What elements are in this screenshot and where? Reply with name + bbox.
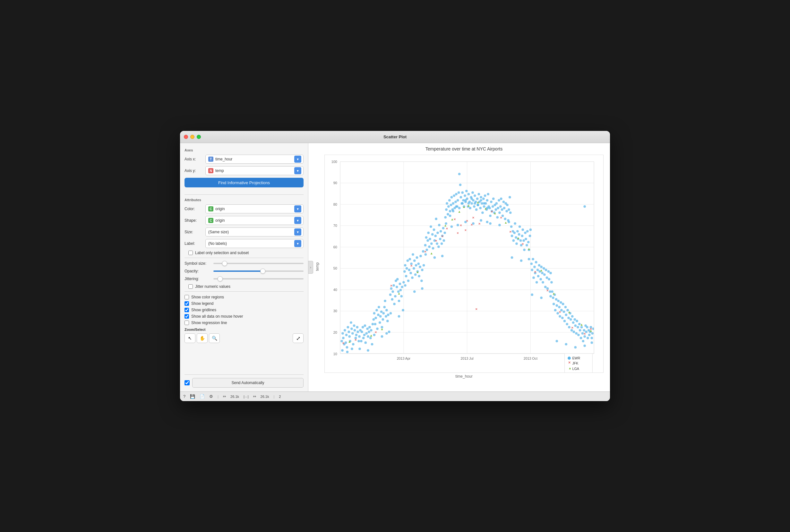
svg-point-285 [520,240,522,242]
svg-point-97 [373,334,375,336]
svg-text:50: 50 [333,266,337,270]
axis-y-dropdown-arrow[interactable]: ▼ [294,167,301,174]
svg-point-246 [492,205,494,208]
statusbar: ? 💾 📄 ⚙ | ⤇ 26.1k | - | ⤇ 26.1k | 2 [180,392,610,401]
shape-select-container: C origin ▼ [205,216,304,225]
expand-tool-button[interactable]: ⤢ [293,334,304,343]
collapse-sidebar-button[interactable]: › [308,261,313,274]
svg-point-227 [482,198,485,200]
svg-point-125 [407,280,410,282]
axis-x-dropdown-arrow[interactable]: ▼ [294,156,301,163]
show-gridlines-checkbox[interactable] [185,308,189,312]
color-dropdown-arrow[interactable]: ▼ [294,205,301,212]
svg-point-126 [408,269,410,271]
svg-point-168 [439,238,442,240]
hand-tool-button[interactable]: ✋ [197,334,208,343]
show-color-regions-text: Show color regions [191,295,224,299]
cursor-tool-button[interactable]: ↖ [185,334,195,343]
label-row: Label: (No labels) ▼ [185,239,304,248]
scatter-plot[interactable]: 100 90 80 70 60 50 40 30 20 10 2013 Apr [324,155,603,373]
settings-icon[interactable]: ⚙ [209,394,213,399]
print-icon[interactable]: 📄 [199,394,205,399]
svg-point-362 [574,324,577,327]
minimize-button[interactable] [190,135,194,139]
send-automatically-button[interactable]: Send Automatically [192,378,304,387]
shape-select[interactable]: C origin ▼ [205,216,304,225]
shape-dropdown-arrow[interactable]: ▼ [294,217,301,224]
svg-point-342 [559,315,561,318]
svg-point-167 [438,224,441,227]
axis-y-select[interactable]: N temp ▼ [205,166,304,175]
axis-x-select[interactable]: T time_hour ▼ [205,155,304,164]
svg-point-216 [474,194,476,197]
svg-point-213 [471,191,474,194]
svg-point-119 [398,315,401,318]
show-regression-row: Show regression line [185,321,304,325]
svg-point-218 [475,208,478,211]
svg-point-255 [498,211,501,214]
svg-point-208 [467,193,470,195]
find-projections-button[interactable]: Find Informative Projections [185,178,304,187]
svg-point-150 [425,236,427,239]
jittering-label: Jittering: [185,277,213,281]
svg-point-377 [586,326,589,328]
svg-text:10: 10 [333,352,337,356]
svg-point-252 [496,216,499,218]
label-dropdown-arrow[interactable]: ▼ [294,240,301,247]
svg-point-170 [441,242,443,245]
svg-point-36 [345,334,348,336]
svg-text:20: 20 [333,330,337,334]
svg-point-78 [374,323,377,325]
axes-section-label: Axes [185,148,304,152]
svg-text:▲: ▲ [416,270,419,274]
color-row: Color: C origin ▼ [185,204,304,213]
svg-point-177 [441,255,444,257]
svg-text:×: × [534,270,536,274]
show-legend-checkbox[interactable] [185,301,189,306]
svg-point-251 [495,202,498,205]
close-button[interactable] [184,135,188,139]
sep-1: | [217,395,218,399]
svg-point-321 [545,269,547,271]
svg-text:×: × [478,222,481,226]
svg-point-454 [486,207,488,210]
svg-point-92 [385,315,387,318]
show-regression-checkbox[interactable] [185,321,189,325]
maximize-button[interactable] [197,135,201,139]
svg-point-290 [523,249,526,251]
jittering-slider[interactable] [213,278,304,280]
svg-point-450 [474,202,476,205]
svg-point-221 [478,193,480,195]
svg-point-329 [531,293,533,296]
search-tool-button[interactable]: 🔍 [209,334,220,343]
show-all-data-row: Show all data on mouse hover [185,314,304,319]
svg-point-301 [528,258,531,261]
svg-point-158 [431,233,434,236]
size-select[interactable]: (Same size) ▼ [205,228,304,236]
opacity-slider[interactable] [213,270,304,272]
save-icon[interactable]: 💾 [190,394,195,399]
svg-text:▲: ▲ [476,200,480,204]
show-color-regions-checkbox[interactable] [185,295,189,299]
svg-point-148 [421,287,424,290]
svg-point-363 [575,332,578,335]
svg-point-42 [350,321,352,324]
size-dropdown-arrow[interactable]: ▼ [294,228,301,235]
label-select[interactable]: (No labels) ▼ [205,239,304,248]
label-only-checkbox[interactable] [188,251,193,255]
color-select[interactable]: C origin ▼ [205,204,304,213]
svg-point-272 [508,221,510,223]
svg-point-50 [356,326,359,328]
svg-point-384 [591,332,594,335]
symbol-size-slider[interactable] [213,263,304,264]
svg-point-86 [380,310,383,313]
help-icon[interactable]: ? [183,394,186,399]
send-auto-checkbox[interactable] [185,380,190,385]
svg-point-164 [436,242,438,245]
svg-text:×: × [441,234,443,238]
jitter-numeric-checkbox[interactable] [188,284,193,289]
svg-point-449 [470,198,473,200]
symbol-size-label: Symbol size: [185,261,213,266]
show-all-data-checkbox[interactable] [185,314,189,319]
svg-text:×: × [354,338,357,342]
